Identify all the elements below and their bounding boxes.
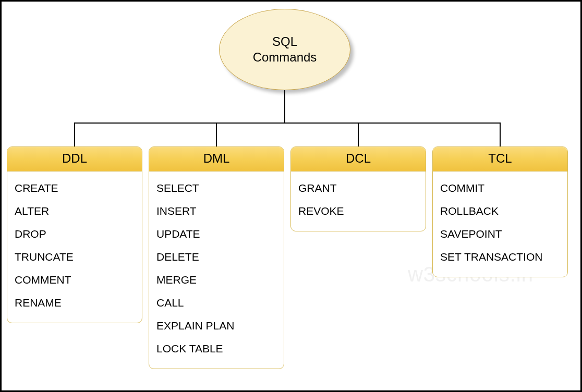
category-box: DMLSELECTINSERTUPDATEDELETEMERGECALLEXPL… bbox=[149, 146, 284, 369]
category-body: COMMITROLLBACKSAVEPOINTSET TRANSACTION bbox=[433, 172, 567, 277]
category-item: SAVEPOINT bbox=[440, 223, 560, 246]
category-item: MERGE bbox=[156, 268, 276, 291]
category-item: GRANT bbox=[298, 177, 418, 200]
category-item: DELETE bbox=[156, 246, 276, 268]
category-item: CREATE bbox=[15, 177, 135, 200]
category-body: GRANTREVOKE bbox=[291, 172, 426, 231]
connector-drop bbox=[216, 123, 217, 146]
category-item: REVOKE bbox=[298, 200, 418, 223]
category-item: COMMIT bbox=[440, 177, 560, 200]
category-box: TCLCOMMITROLLBACKSAVEPOINTSET TRANSACTIO… bbox=[432, 146, 568, 277]
category-item: TRUNCATE bbox=[15, 246, 135, 268]
category-item: RENAME bbox=[15, 291, 135, 314]
category-item: INSERT bbox=[156, 200, 276, 223]
root-title-line1: SQL bbox=[272, 34, 297, 48]
root-title-line2: Commands bbox=[253, 50, 317, 64]
diagram-canvas: w3schools.in SQL Commands DDLCREATEALTER… bbox=[0, 0, 582, 392]
category-header: DDL bbox=[7, 147, 142, 172]
category-item: COMMENT bbox=[15, 268, 135, 291]
connector-drop bbox=[500, 123, 501, 146]
connector-stem bbox=[284, 90, 285, 123]
category-body: SELECTINSERTUPDATEDELETEMERGECALLEXPLAIN… bbox=[149, 172, 284, 369]
category-item: DROP bbox=[15, 223, 135, 246]
category-item: SET TRANSACTION bbox=[440, 246, 560, 268]
category-header: DCL bbox=[291, 147, 426, 172]
category-header: DML bbox=[149, 147, 284, 172]
category-item: SELECT bbox=[156, 177, 276, 200]
category-item: ALTER bbox=[15, 200, 135, 223]
category-item: LOCK TABLE bbox=[156, 337, 276, 360]
category-header: TCL bbox=[433, 147, 567, 172]
category-item: UPDATE bbox=[156, 223, 276, 246]
connector-drop bbox=[74, 123, 75, 146]
category-box: DDLCREATEALTERDROPTRUNCATECOMMENTRENAME bbox=[7, 146, 142, 323]
category-item: CALL bbox=[156, 291, 276, 314]
root-node: SQL Commands bbox=[219, 9, 350, 90]
category-item: ROLLBACK bbox=[440, 200, 560, 223]
category-item: EXPLAIN PLAN bbox=[156, 314, 276, 337]
category-box: DCLGRANTREVOKE bbox=[290, 146, 426, 231]
category-body: CREATEALTERDROPTRUNCATECOMMENTRENAME bbox=[7, 172, 142, 323]
connector-drop bbox=[358, 123, 359, 146]
connector-hbar bbox=[75, 123, 500, 124]
